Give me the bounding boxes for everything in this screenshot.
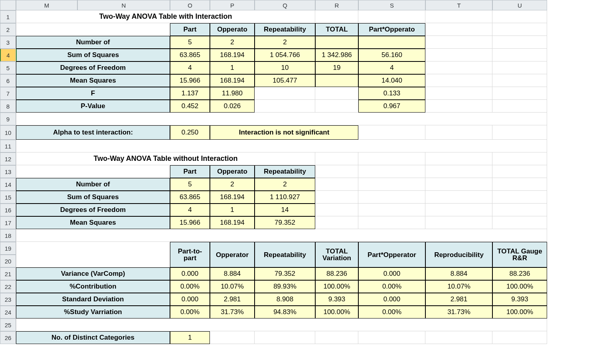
row-header-15[interactable]: 15	[0, 191, 16, 204]
cell-blank[interactable]	[425, 23, 492, 36]
row-header-10[interactable]: 10	[0, 125, 16, 140]
cell-blank[interactable]	[358, 125, 425, 140]
cell-blank[interactable]	[358, 204, 425, 216]
column-header-M[interactable]: M	[16, 0, 77, 10]
select-all-corner[interactable]	[0, 0, 16, 10]
cell-blank[interactable]	[425, 49, 492, 61]
cell-blank[interactable]	[425, 152, 492, 165]
cell-blank[interactable]	[255, 331, 315, 344]
cell-blank[interactable]	[425, 10, 492, 23]
cell-blank[interactable]	[425, 100, 492, 113]
cell-blank[interactable]	[492, 204, 547, 216]
cell-blank[interactable]	[358, 191, 425, 204]
cell-blank[interactable]	[425, 125, 492, 140]
column-header-O[interactable]: O	[170, 0, 210, 10]
cell-blank[interactable]	[492, 36, 547, 49]
cell-blank[interactable]	[492, 152, 547, 165]
row-header-3[interactable]: 3	[0, 36, 16, 49]
cell-blank[interactable]	[315, 152, 358, 165]
cell-blank[interactable]	[16, 229, 547, 242]
cell-blank[interactable]	[492, 178, 547, 191]
column-header-P[interactable]: P	[210, 0, 255, 10]
cell-blank[interactable]	[492, 10, 547, 23]
row-header-18[interactable]: 18	[0, 229, 16, 242]
row-header-6[interactable]: 6	[0, 74, 16, 87]
row-header-5[interactable]: 5	[0, 61, 16, 74]
cell-blank[interactable]	[492, 23, 547, 36]
row-header-22[interactable]: 22	[0, 280, 16, 293]
cell-blank[interactable]	[492, 100, 547, 113]
column-header-N[interactable]: N	[77, 0, 170, 10]
row-header-20[interactable]: 20	[0, 255, 16, 267]
cell-blank[interactable]	[210, 331, 255, 344]
row-header-24[interactable]: 24	[0, 306, 16, 318]
cell-blank[interactable]	[315, 204, 358, 216]
cell-blank[interactable]	[315, 165, 358, 178]
cell-blank[interactable]	[425, 204, 492, 216]
cell-blank[interactable]	[255, 100, 315, 113]
row-header-16[interactable]: 16	[0, 204, 16, 216]
cell-blank[interactable]	[492, 74, 547, 87]
row-header-26[interactable]: 26	[0, 331, 16, 344]
cell-blank[interactable]	[425, 165, 492, 178]
cell-blank[interactable]	[16, 23, 170, 36]
cell-blank[interactable]	[315, 216, 358, 229]
cell-blank[interactable]	[425, 216, 492, 229]
cell-blank[interactable]	[358, 178, 425, 191]
cell-blank[interactable]	[255, 87, 315, 100]
cell-blank[interactable]	[492, 87, 547, 100]
row-header-1[interactable]: 1	[0, 10, 16, 23]
cell-blank[interactable]	[492, 216, 547, 229]
cell-blank[interactable]	[425, 61, 492, 74]
cell-blank[interactable]	[315, 331, 358, 344]
row-header-11[interactable]: 11	[0, 140, 16, 152]
row-header-9[interactable]: 9	[0, 113, 16, 125]
cell-blank[interactable]	[358, 10, 425, 23]
cell-blank[interactable]	[315, 87, 358, 100]
row-header-23[interactable]: 23	[0, 293, 16, 306]
row-header-25[interactable]: 25	[0, 318, 16, 331]
row-header-8[interactable]: 8	[0, 100, 16, 113]
val-dof-rep: 10	[255, 61, 315, 74]
column-header-S[interactable]: S	[358, 0, 425, 10]
column-header-Q[interactable]: Q	[255, 0, 315, 10]
column-header-T[interactable]: T	[425, 0, 492, 10]
cell-blank[interactable]	[16, 165, 170, 178]
row-header-14[interactable]: 14	[0, 178, 16, 191]
row-header-21[interactable]: 21	[0, 267, 16, 280]
cell-blank[interactable]	[492, 191, 547, 204]
row-header-13[interactable]: 13	[0, 165, 16, 178]
cell-blank[interactable]	[358, 331, 425, 344]
cell-blank[interactable]	[425, 178, 492, 191]
column-header-R[interactable]: R	[315, 0, 358, 10]
cell-blank[interactable]	[16, 242, 170, 267]
row-header-2[interactable]: 2	[0, 23, 16, 36]
cell-blank[interactable]	[492, 125, 547, 140]
row-header-4[interactable]: 4	[0, 49, 16, 61]
cell-blank[interactable]	[16, 140, 547, 152]
cell-blank[interactable]	[425, 191, 492, 204]
cell-blank[interactable]	[16, 318, 547, 331]
cell-blank[interactable]	[315, 10, 358, 23]
spreadsheet-grid[interactable]: M N O P Q R S T U 1 Two-Way ANOVA Table …	[0, 0, 589, 344]
cell-blank[interactable]	[358, 216, 425, 229]
cell-blank[interactable]	[315, 178, 358, 191]
cell-blank[interactable]	[492, 331, 547, 344]
cell-blank[interactable]	[358, 165, 425, 178]
row-header-7[interactable]: 7	[0, 87, 16, 100]
cell-blank[interactable]	[492, 49, 547, 61]
row-header-19[interactable]: 19	[0, 242, 16, 255]
cell-blank[interactable]	[425, 87, 492, 100]
cell-blank[interactable]	[425, 74, 492, 87]
cell-blank[interactable]	[16, 113, 547, 125]
row-header-17[interactable]: 17	[0, 216, 16, 229]
cell-blank[interactable]	[492, 165, 547, 178]
column-header-U[interactable]: U	[492, 0, 547, 10]
cell-blank[interactable]	[425, 36, 492, 49]
cell-blank[interactable]	[492, 61, 547, 74]
cell-blank[interactable]	[315, 100, 358, 113]
cell-blank[interactable]	[358, 152, 425, 165]
cell-blank[interactable]	[425, 331, 492, 344]
cell-blank[interactable]	[315, 191, 358, 204]
row-header-12[interactable]: 12	[0, 152, 16, 165]
